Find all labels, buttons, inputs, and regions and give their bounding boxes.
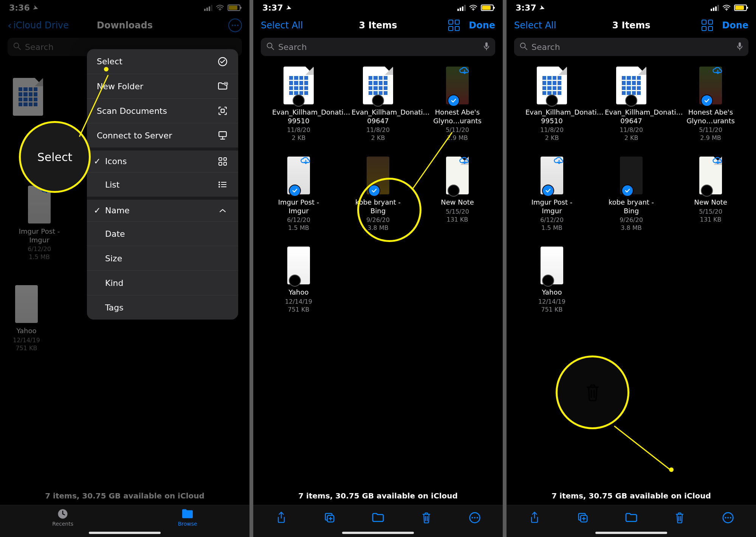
done-button[interactable]: Done: [722, 20, 748, 31]
file-date: 5/15/20: [446, 208, 469, 215]
menu-icons-view[interactable]: ✓Icons: [87, 147, 238, 172]
file-item[interactable]: Yahoo12/14/19751 KB: [514, 247, 590, 313]
file-item[interactable]: New Note5/15/20131 KB: [420, 157, 495, 231]
file-item[interactable]: Honest Abe's Glyno…urants5/11/202.9 MB: [673, 67, 748, 141]
duplicate-button[interactable]: [575, 510, 590, 525]
file-name: Evan_Killham_Donati…99510: [525, 108, 578, 125]
file-item[interactable]: Yahoo12/14/19751 KB: [261, 247, 336, 313]
file-date: 9/26/20: [620, 216, 643, 223]
share-button[interactable]: [274, 510, 289, 525]
menu-new-folder[interactable]: New Folder: [87, 74, 238, 98]
tab-bar: Recents Browse: [0, 505, 249, 537]
selected-badge: [701, 95, 713, 107]
svg-point-24: [474, 517, 476, 518]
done-button[interactable]: Done: [469, 20, 495, 31]
delete-button[interactable]: [419, 510, 434, 525]
location-icon: ➤: [285, 3, 293, 12]
menu-connect-server[interactable]: Connect to Server: [87, 123, 238, 147]
select-all-button[interactable]: Select All: [261, 20, 303, 31]
share-button[interactable]: [527, 510, 542, 525]
search-icon: [266, 42, 274, 52]
file-size: 1.5 MB: [29, 253, 50, 261]
menu-sort-name[interactable]: ✓Name: [87, 197, 238, 221]
file-item[interactable]: Honest Abe's Glyno…urants5/11/202.9 MB: [420, 67, 495, 141]
selection-circle: [448, 185, 460, 197]
menu-sort-kind[interactable]: Kind: [87, 270, 238, 295]
move-button[interactable]: [370, 510, 386, 525]
list-icon: [217, 181, 228, 188]
selection-circle: [701, 185, 713, 197]
status-bar: 3:37➤: [507, 0, 756, 15]
status-time: 3:37: [516, 3, 536, 12]
wifi-icon: [216, 5, 224, 11]
menu-sort-date[interactable]: Date: [87, 221, 238, 246]
search-input[interactable]: Search: [261, 38, 495, 56]
menu-list-view[interactable]: List: [87, 172, 238, 197]
view-toggle-button[interactable]: [702, 20, 713, 31]
file-item[interactable]: Yahoo 12/14/19 751 KB: [13, 285, 40, 352]
file-name: New Note: [441, 198, 474, 207]
svg-point-15: [218, 186, 220, 188]
svg-rect-9: [221, 109, 225, 113]
search-placeholder: Search: [278, 42, 479, 52]
callout-dot: [104, 67, 108, 71]
wifi-icon: [722, 5, 731, 11]
checkmark-icon: ✓: [94, 157, 102, 166]
menu-sort-size[interactable]: Size: [87, 246, 238, 270]
file-item[interactable]: New Note5/15/20131 KB: [673, 157, 748, 231]
menu-scan-documents[interactable]: Scan Documents: [87, 98, 238, 123]
selected-badge: [289, 185, 301, 197]
home-indicator[interactable]: [595, 532, 667, 534]
file-item[interactable]: Evan_Killham_Donati…0964711/8/202 KB: [593, 67, 669, 141]
selection-circle: [546, 95, 558, 107]
file-item[interactable]: Imgur Post - Imgur6/12/201.5 MB: [514, 157, 590, 231]
microphone-icon[interactable]: [483, 42, 490, 53]
more-button[interactable]: [720, 510, 736, 525]
tab-recents[interactable]: Recents: [52, 509, 73, 527]
file-name: New Note: [694, 198, 727, 207]
chevron-left-icon: ‹: [8, 19, 12, 32]
svg-point-13: [218, 184, 220, 185]
battery-icon: [481, 5, 494, 11]
delete-button[interactable]: [672, 510, 687, 525]
file-name: Yahoo: [542, 288, 562, 297]
file-item[interactable]: kobe bryant - Bing9/26/203.8 MB: [340, 157, 416, 231]
file-name: Honest Abe's Glyno…urants: [431, 108, 484, 125]
duplicate-button[interactable]: [322, 510, 337, 525]
file-item[interactable]: kobe bryant - Bing9/26/203.8 MB: [593, 157, 669, 231]
home-indicator[interactable]: [89, 532, 161, 534]
file-item[interactable]: Evan_Killham_Donati…9951011/8/202 KB: [261, 67, 336, 141]
more-button[interactable]: [467, 510, 482, 525]
battery-icon: [734, 5, 747, 11]
svg-line-19: [272, 47, 274, 50]
file-date: 5/11/20: [446, 126, 469, 133]
selected-badge: [368, 185, 380, 197]
select-all-button[interactable]: Select All: [514, 20, 556, 31]
tab-browse[interactable]: Browse: [178, 509, 197, 527]
back-button[interactable]: ‹iCloud Drive: [8, 19, 69, 32]
file-item[interactable]: [13, 78, 43, 116]
menu-sort-tags[interactable]: Tags: [87, 295, 238, 320]
status-bar: 3:36➤: [0, 0, 249, 15]
highlight-select: Select: [19, 121, 91, 193]
search-input[interactable]: Search: [514, 38, 748, 56]
file-item[interactable]: Imgur Post - Imgur 6/12/20 1.5 MB: [13, 186, 66, 261]
file-size: 131 KB: [700, 216, 721, 223]
svg-point-25: [477, 517, 478, 518]
checkmark-icon: ✓: [94, 206, 102, 215]
move-button[interactable]: [624, 510, 639, 525]
summary-text: 7 items, 30.75 GB available on iCloud: [253, 491, 503, 500]
microphone-icon[interactable]: [736, 42, 743, 53]
tab-label: Recents: [52, 521, 73, 527]
view-toggle-button[interactable]: [448, 20, 460, 31]
location-icon: ➤: [32, 3, 40, 12]
file-item[interactable]: Evan_Killham_Donati…0964711/8/202 KB: [340, 67, 416, 141]
file-item[interactable]: Evan_Killham_Donati…9951011/8/202 KB: [514, 67, 590, 141]
svg-line-28: [525, 47, 527, 50]
svg-point-17: [473, 9, 474, 11]
home-indicator[interactable]: [342, 532, 414, 534]
file-item[interactable]: Imgur Post - Imgur6/12/201.5 MB: [261, 157, 336, 231]
selection-circle: [293, 95, 305, 107]
menu-select[interactable]: Select: [87, 49, 238, 74]
more-button[interactable]: [228, 19, 242, 32]
